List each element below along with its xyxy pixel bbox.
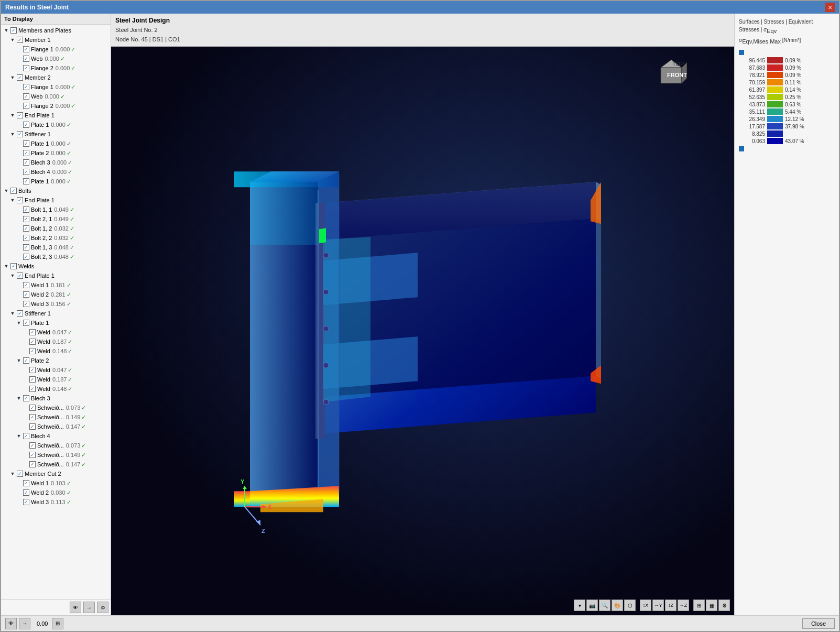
checkbox[interactable] (29, 452, 36, 458)
tree-item-ep1-plate1[interactable]: Plate 10.000✓ (1, 120, 111, 129)
tree-item-s1-plate1[interactable]: Plate 10.000✓ (1, 139, 111, 148)
checkbox[interactable] (23, 46, 29, 52)
expand-icon[interactable]: ▼ (9, 112, 16, 118)
checkbox[interactable] (29, 339, 36, 345)
tree-item-w-s1-b3-w2[interactable]: Schweið...0.149✓ (1, 412, 111, 422)
tree-item-w-s1-p1-w1[interactable]: Weld0.047✓ (1, 328, 111, 337)
tree-item-stiffener1[interactable]: ▼Stiffener 1 (1, 129, 111, 139)
tree-item-m1-web[interactable]: Web0.000✓ (1, 54, 111, 63)
checkbox[interactable] (23, 206, 29, 213)
checkbox[interactable] (23, 244, 29, 250)
checkbox[interactable] (23, 159, 29, 166)
vp-camera-button[interactable]: 📷 (586, 600, 598, 611)
checkbox[interactable] (23, 301, 29, 307)
expand-icon[interactable]: ▼ (9, 131, 16, 137)
tree-item-member-cut2[interactable]: ▼Member Cut 2 (1, 469, 111, 478)
tree-item-member1[interactable]: ▼Member 1 (1, 35, 111, 45)
vp-roty-button[interactable]: ↔Y (652, 600, 664, 611)
checkbox[interactable] (23, 216, 29, 222)
tree-item-mc2-w1[interactable]: Weld 10.103✓ (1, 478, 111, 488)
tree-item-m1-flange1[interactable]: Flange 10.000✓ (1, 45, 111, 54)
checkbox[interactable] (23, 65, 29, 71)
checkbox[interactable] (10, 188, 17, 194)
checkbox[interactable] (23, 140, 29, 147)
expand-icon[interactable]: ▼ (3, 27, 9, 34)
tree-item-s1-blech4[interactable]: Blech 40.000✓ (1, 167, 111, 177)
tree-item-b-bolt22[interactable]: Bolt 2, 20.032✓ (1, 233, 111, 243)
tree-item-m2-web[interactable]: Web0.000✓ (1, 92, 111, 101)
expand-icon[interactable]: ▼ (9, 273, 16, 279)
bottom-arrow-button[interactable]: → (19, 618, 30, 629)
arrow-button[interactable]: → (83, 602, 95, 613)
expand-icon[interactable]: ▼ (16, 320, 22, 326)
checkbox[interactable] (17, 37, 23, 43)
tree-item-b-bolt21[interactable]: Bolt 2, 10.049✓ (1, 214, 111, 224)
expand-icon[interactable]: ▼ (16, 395, 22, 401)
close-button[interactable]: Close (802, 618, 835, 629)
tree-item-w-weld3[interactable]: Weld 30.156✓ (1, 299, 111, 309)
tree-item-w-s1-b4-w1[interactable]: Schweið...0.073✓ (1, 441, 111, 450)
tree-item-root-members[interactable]: ▼Members and Plates (1, 26, 111, 35)
vp-rotz-button[interactable]: ↕Z (665, 600, 677, 611)
tree-item-b-ep1[interactable]: ▼End Plate 1 (1, 195, 111, 205)
checkbox[interactable] (23, 150, 29, 156)
tree-item-b-bolt11[interactable]: Bolt 1, 10.049✓ (1, 205, 111, 214)
checkbox[interactable] (23, 489, 29, 496)
tree-item-w-weld1[interactable]: Weld 10.181✓ (1, 280, 111, 290)
checkbox[interactable] (29, 329, 36, 335)
tree-item-end-plate1[interactable]: ▼End Plate 1 (1, 111, 111, 120)
eye-button[interactable]: 👁 (70, 602, 81, 613)
expand-icon[interactable]: ▼ (9, 37, 16, 43)
checkbox[interactable] (29, 461, 36, 467)
tree-item-mc2-w2[interactable]: Weld 20.030✓ (1, 488, 111, 497)
tree-item-m1-flange2[interactable]: Flange 20.000✓ (1, 63, 111, 73)
checkbox[interactable] (23, 84, 29, 90)
vp-rotx-button[interactable]: ↕X (640, 600, 651, 611)
checkbox[interactable] (23, 291, 29, 298)
tree-item-w-s1-p1-w3[interactable]: Weld0.148✓ (1, 346, 111, 356)
checkbox[interactable] (17, 197, 23, 203)
checkbox[interactable] (17, 74, 23, 81)
checkbox[interactable] (23, 320, 29, 326)
tree-item-bolts[interactable]: ▼Bolts (1, 186, 111, 195)
checkbox[interactable] (17, 273, 23, 279)
checkbox[interactable] (29, 348, 36, 354)
checkbox[interactable] (17, 471, 23, 477)
checkbox[interactable] (23, 357, 29, 364)
tree-item-w-s1-b3[interactable]: ▼Blech 3 (1, 394, 111, 403)
tree-item-s1-plate1b[interactable]: Plate 10.000✓ (1, 177, 111, 186)
tree-item-b-bolt12[interactable]: Bolt 1, 20.032✓ (1, 224, 111, 233)
checkbox[interactable] (23, 56, 29, 62)
checkbox[interactable] (23, 395, 29, 401)
tree-item-w-s1-p2-w2[interactable]: Weld0.187✓ (1, 375, 111, 384)
tree-item-s1-blech3[interactable]: Blech 30.000✓ (1, 158, 111, 167)
vp-grid-button[interactable]: ⊞ (693, 600, 705, 611)
checkbox[interactable] (17, 112, 23, 118)
settings-button[interactable]: ⚙ (97, 602, 108, 613)
tree-item-b-bolt23[interactable]: Bolt 2, 30.048✓ (1, 252, 111, 261)
window-close-button[interactable]: ✕ (825, 3, 835, 12)
tree-item-w-s1-b4-w2[interactable]: Schweið...0.149✓ (1, 450, 111, 460)
tree-item-w-s1-p2-w1[interactable]: Weld0.047✓ (1, 365, 111, 375)
checkbox[interactable] (29, 423, 36, 430)
checkbox[interactable] (23, 178, 29, 184)
checkbox[interactable] (23, 93, 29, 100)
checkbox[interactable] (23, 225, 29, 232)
checkbox[interactable] (23, 122, 29, 128)
checkbox[interactable] (23, 169, 29, 175)
vp-mesh-button[interactable]: ⬡ (624, 600, 636, 611)
viewport[interactable]: X Y Z (111, 47, 734, 615)
tree-item-w-s1[interactable]: ▼Stiffener 1 (1, 309, 111, 318)
tree-item-w-s1-b3-w3[interactable]: Schweið...0.147✓ (1, 422, 111, 431)
tree-item-w-s1-b4[interactable]: ▼Blech 4 (1, 431, 111, 441)
checkbox[interactable] (10, 27, 17, 34)
tree-item-w-s1-p2-w3[interactable]: Weld0.148✓ (1, 384, 111, 394)
tree-item-welds[interactable]: ▼Welds (1, 261, 111, 271)
expand-icon[interactable]: ▼ (9, 310, 16, 317)
tree-item-member2[interactable]: ▼Member 2 (1, 73, 111, 82)
checkbox[interactable] (17, 310, 23, 317)
tree-container[interactable]: ▼Members and Plates▼Member 1Flange 10.00… (1, 25, 111, 599)
tree-item-w-ep1[interactable]: ▼End Plate 1 (1, 271, 111, 280)
vp-zoom-button[interactable]: 🔍 (599, 600, 610, 611)
expand-icon[interactable]: ▼ (3, 188, 9, 194)
